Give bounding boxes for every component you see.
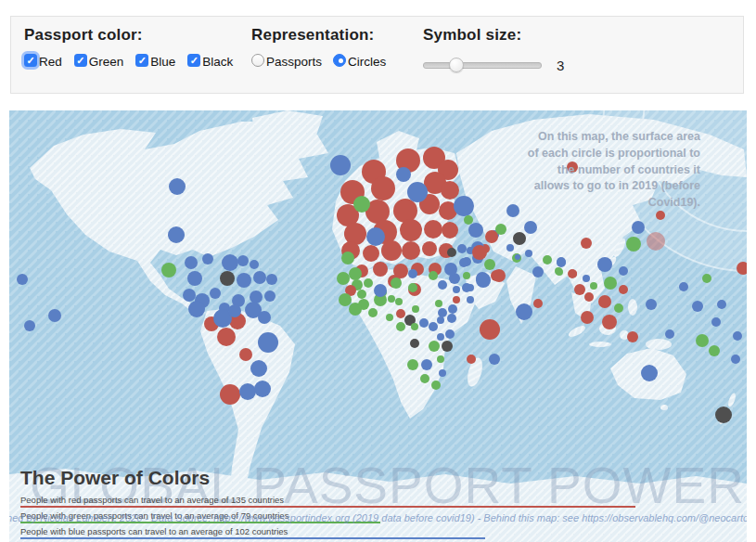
country-circle — [169, 178, 186, 195]
country-circle — [419, 318, 429, 328]
country-circle — [717, 300, 726, 309]
country-circle — [429, 341, 440, 352]
stat-blue-text: People with blue passports can travel to… — [20, 526, 635, 536]
country-circle — [506, 204, 519, 217]
country-circle — [604, 277, 617, 290]
country-circle — [437, 316, 444, 324]
country-circle — [619, 285, 628, 294]
country-circle — [410, 339, 419, 348]
radio-passports-label: Passports — [266, 55, 322, 69]
country-circle — [619, 266, 628, 276]
checkbox-blue-box[interactable]: ✓ — [135, 54, 148, 67]
country-circle — [202, 253, 213, 265]
country-circle — [614, 303, 623, 313]
passport-color-options: ✓ Red ✓ Green ✓ Blue ✓ Black — [24, 53, 245, 67]
country-circle — [422, 241, 437, 256]
radio-passports-circle[interactable] — [251, 54, 264, 67]
country-circle — [420, 374, 429, 383]
country-circle — [485, 230, 498, 243]
country-circle — [447, 314, 456, 323]
slider-thumb[interactable] — [449, 58, 464, 72]
checkbox-red-box[interactable]: ✓ — [24, 54, 37, 67]
checkbox-black-box[interactable]: ✓ — [187, 54, 200, 67]
country-circle — [524, 221, 537, 234]
country-circle — [467, 284, 474, 291]
country-circle — [454, 196, 474, 216]
country-circle — [429, 322, 438, 331]
country-circle — [411, 323, 418, 330]
radio-circles-circle[interactable] — [333, 54, 346, 67]
symbol-size-label: Symbol size: — [423, 26, 564, 45]
country-circle — [408, 283, 417, 292]
country-circle — [364, 278, 373, 288]
country-circle — [459, 258, 468, 267]
country-circle — [632, 221, 645, 234]
check-icon: ✓ — [190, 54, 199, 67]
country-circle — [438, 280, 447, 290]
country-circle — [210, 288, 221, 299]
country-circle — [407, 182, 428, 202]
country-circle — [626, 237, 641, 252]
checkbox-red[interactable]: ✓ Red — [24, 53, 62, 67]
country-circle — [570, 270, 577, 277]
country-circle — [476, 273, 491, 288]
checkbox-green-box[interactable]: ✓ — [74, 54, 87, 67]
country-circle — [407, 359, 418, 370]
country-circle — [733, 331, 742, 341]
country-circle — [258, 311, 271, 324]
country-circle — [581, 238, 592, 249]
stat-blue: People with blue passports can travel to… — [20, 526, 635, 539]
radio-passports[interactable]: Passports — [251, 53, 322, 67]
country-circle — [250, 290, 263, 303]
country-circle — [220, 271, 235, 286]
country-circle — [467, 355, 476, 364]
passport-color-group: Passport color: ✓ Red ✓ Green ✓ Blue ✓ B… — [24, 26, 245, 67]
radio-circles-label: Circles — [348, 55, 386, 69]
land-new-guinea — [646, 339, 672, 350]
map-title: The Power of Colors — [20, 467, 210, 489]
country-circle — [187, 271, 202, 286]
country-circle — [715, 406, 732, 423]
country-circle — [373, 262, 388, 277]
country-circle — [368, 308, 378, 317]
stat-red-line — [20, 506, 635, 508]
country-circle — [467, 296, 474, 303]
country-circle — [228, 304, 241, 317]
check-icon: ✓ — [138, 54, 147, 67]
country-circle — [447, 248, 456, 257]
country-circle — [341, 252, 354, 265]
passport-color-label: Passport color: — [24, 26, 245, 45]
checkbox-blue[interactable]: ✓ Blue — [135, 53, 175, 67]
map-container: On this map, the surface area of each ci… — [9, 110, 747, 542]
country-circle — [253, 271, 266, 284]
map-annotation: On this map, the surface area of each ci… — [524, 129, 700, 212]
stat-red-text: People with red passports can travel to … — [20, 495, 635, 505]
country-circle — [337, 272, 350, 285]
checkbox-red-label: Red — [39, 55, 62, 69]
country-circle — [396, 322, 405, 331]
radio-circles[interactable]: Circles — [333, 53, 386, 67]
country-circle — [513, 232, 526, 245]
land-philippines — [628, 299, 637, 316]
country-circle — [161, 263, 176, 277]
country-circle — [264, 290, 275, 302]
country-circle — [590, 282, 597, 290]
country-circle — [602, 315, 617, 329]
country-circle — [731, 355, 740, 364]
country-circle — [371, 176, 395, 200]
country-circle — [463, 272, 470, 279]
checkbox-black[interactable]: ✓ Black — [187, 53, 233, 67]
country-circle — [583, 275, 590, 282]
country-circle — [421, 359, 432, 370]
country-circle — [250, 260, 259, 269]
country-circle — [400, 219, 422, 241]
country-circle — [381, 240, 402, 261]
country-circle — [702, 274, 711, 283]
country-circle — [557, 257, 566, 266]
country-circle — [584, 292, 594, 302]
country-circle — [239, 383, 256, 400]
checkbox-green[interactable]: ✓ Green — [74, 53, 124, 67]
country-circle — [183, 289, 196, 302]
symbol-size-slider[interactable] — [423, 62, 542, 69]
checkbox-blue-label: Blue — [150, 55, 175, 69]
